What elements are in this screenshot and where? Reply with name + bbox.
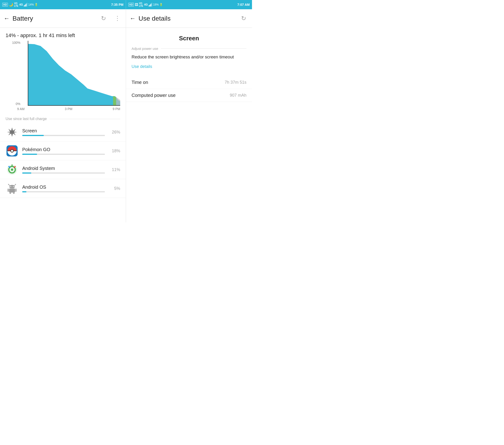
time-left: 7:35 PM bbox=[111, 3, 124, 6]
usage-section-header: Use since last full charge bbox=[0, 113, 126, 123]
left-status-icons: HD 🌙 VOLTE 4G 14% 🔋 bbox=[2, 2, 38, 7]
right-status-icons: HD 🖼 VOLTE 4G 18% 🔋 bbox=[128, 2, 163, 7]
android-system-usage-bar-fill bbox=[22, 172, 31, 174]
usage-item-android-system[interactable]: Android System 11% bbox=[0, 160, 126, 179]
usage-item-screen[interactable]: Screen 26% bbox=[0, 123, 126, 142]
use-details-link[interactable]: Use details bbox=[132, 64, 152, 69]
android-os-usage-bar-bg bbox=[22, 191, 105, 192]
battery-right: 18% 🔋 bbox=[153, 3, 163, 6]
pokemon-usage-icon bbox=[6, 144, 18, 157]
svg-rect-21 bbox=[8, 189, 9, 192]
pokeball-icon bbox=[6, 145, 18, 156]
svg-rect-22 bbox=[16, 189, 17, 192]
svg-point-17 bbox=[15, 184, 16, 185]
chart-x-3pm: 3 PM bbox=[65, 107, 72, 111]
svg-rect-24 bbox=[13, 193, 15, 194]
chart-y-labels: 100% 0% bbox=[11, 41, 22, 106]
battery-panel: ← Battery ↻ ⋮ 14% - approx. 1 hr 41 mins… bbox=[0, 9, 126, 222]
chart-x-labels: 9 AM 3 PM 9 PM bbox=[17, 106, 120, 111]
battery-title: Battery bbox=[13, 15, 99, 22]
svg-point-18 bbox=[10, 186, 11, 187]
screen-usage-pct: 26% bbox=[109, 130, 120, 135]
pokemon-usage-name: Pokémon GO bbox=[22, 147, 105, 152]
pokemon-usage-bar-fill bbox=[22, 154, 37, 155]
usage-item-android-os[interactable]: Android OS 5% bbox=[0, 179, 126, 198]
android-os-usage-bar-fill bbox=[22, 191, 26, 192]
battery-chart: 100% 0% 9 AM 3 PM bbox=[0, 41, 126, 113]
screen-usage-info: Screen bbox=[22, 128, 105, 136]
svg-marker-1 bbox=[116, 97, 120, 105]
android-os-usage-pct: 5% bbox=[109, 186, 120, 191]
brightness-icon bbox=[7, 127, 17, 137]
android-os-usage-name: Android OS bbox=[22, 185, 105, 190]
use-details-title: Use details bbox=[139, 15, 239, 22]
left-status-bar: HD 🌙 VOLTE 4G 14% 🔋 7:35 PM bbox=[0, 0, 126, 9]
use-details-refresh-button[interactable]: ↻ bbox=[239, 14, 248, 23]
svg-marker-0 bbox=[28, 44, 120, 105]
svg-marker-3 bbox=[7, 128, 17, 137]
4g-icon-left: 4G bbox=[19, 3, 23, 6]
adjust-power-section: Adjust power use Reduce the screen brigh… bbox=[126, 47, 252, 76]
computed-power-label: Computed power use bbox=[132, 93, 176, 98]
chart-y-top: 100% bbox=[12, 41, 20, 44]
photo-icon: 🖼 bbox=[135, 3, 138, 6]
time-right: 7:07 AM bbox=[237, 3, 250, 6]
android-system-usage-icon bbox=[6, 163, 18, 176]
computed-power-row: Computed power use 907 mAh bbox=[126, 89, 252, 102]
hd-badge-left: HD bbox=[2, 3, 8, 6]
svg-point-15 bbox=[8, 184, 9, 185]
usage-item-pokemon[interactable]: Pokémon GO 18% bbox=[0, 142, 126, 160]
pokemon-usage-info: Pokémon GO bbox=[22, 147, 105, 155]
pokemon-usage-pct: 18% bbox=[109, 148, 120, 153]
chart-x-9am: 9 AM bbox=[17, 107, 25, 111]
svg-point-19 bbox=[13, 186, 14, 187]
screen-usage-icon bbox=[6, 126, 18, 139]
hd-badge-right: HD bbox=[128, 3, 134, 6]
volte-icon-right: VOLTE bbox=[139, 2, 143, 7]
android-system-usage-pct: 11% bbox=[109, 167, 120, 172]
use-details-actions: ↻ bbox=[239, 14, 248, 23]
time-on-row: Time on 7h 37m 51s bbox=[126, 76, 252, 89]
adjust-power-text: Reduce the screen brightness and/or scre… bbox=[132, 54, 246, 60]
time-on-value: 7h 37m 51s bbox=[225, 80, 246, 85]
screen-usage-name: Screen bbox=[22, 128, 105, 133]
use-details-back-button[interactable]: ← bbox=[130, 15, 136, 22]
battery-app-bar: ← Battery ↻ ⋮ bbox=[0, 9, 126, 28]
battery-back-button[interactable]: ← bbox=[4, 15, 10, 22]
svg-rect-20 bbox=[9, 189, 15, 193]
chart-y-bottom: 0% bbox=[16, 102, 20, 106]
pokeball-svg bbox=[6, 145, 18, 156]
android-system-usage-info: Android System bbox=[22, 166, 105, 174]
use-details-app-bar: ← Use details ↻ bbox=[126, 9, 252, 28]
android-os-usage-icon bbox=[6, 182, 18, 195]
screen-detail-title: Screen bbox=[126, 28, 252, 47]
screen-usage-bar-bg bbox=[22, 135, 105, 136]
svg-rect-23 bbox=[10, 193, 11, 194]
time-on-label: Time on bbox=[132, 80, 148, 85]
battery-actions: ↻ ⋮ bbox=[99, 14, 122, 23]
svg-point-7 bbox=[11, 150, 13, 151]
svg-marker-2 bbox=[113, 96, 116, 105]
volte-icon-left: VOLTE bbox=[14, 2, 18, 7]
android-system-usage-bar-bg bbox=[22, 172, 105, 174]
chart-x-9pm: 9 PM bbox=[113, 107, 120, 111]
signal-left bbox=[24, 3, 27, 6]
4g-icon-right: 4G bbox=[144, 3, 148, 6]
chart-svg bbox=[28, 41, 120, 105]
svg-point-10 bbox=[11, 168, 13, 171]
battery-refresh-button[interactable]: ↻ bbox=[99, 14, 108, 23]
signal-right bbox=[149, 3, 152, 6]
computed-power-value: 907 mAh bbox=[230, 93, 246, 98]
use-details-panel: ← Use details ↻ Screen Adjust power use … bbox=[126, 9, 252, 222]
battery-more-button[interactable]: ⋮ bbox=[113, 14, 122, 23]
pokemon-usage-bar-bg bbox=[22, 154, 105, 155]
battery-status-text: 14% - approx. 1 hr 41 mins left bbox=[0, 28, 126, 41]
android-robot-icon bbox=[7, 183, 17, 194]
android-system-icon bbox=[7, 164, 17, 175]
screen-usage-bar-fill bbox=[22, 135, 44, 136]
chart-area bbox=[28, 41, 120, 106]
right-status-bar: HD 🖼 VOLTE 4G 18% 🔋 7:07 AM bbox=[126, 0, 252, 9]
battery-left: 14% 🔋 bbox=[28, 3, 38, 6]
moon-icon: 🌙 bbox=[9, 2, 13, 7]
adjust-power-header: Adjust power use bbox=[132, 47, 246, 51]
